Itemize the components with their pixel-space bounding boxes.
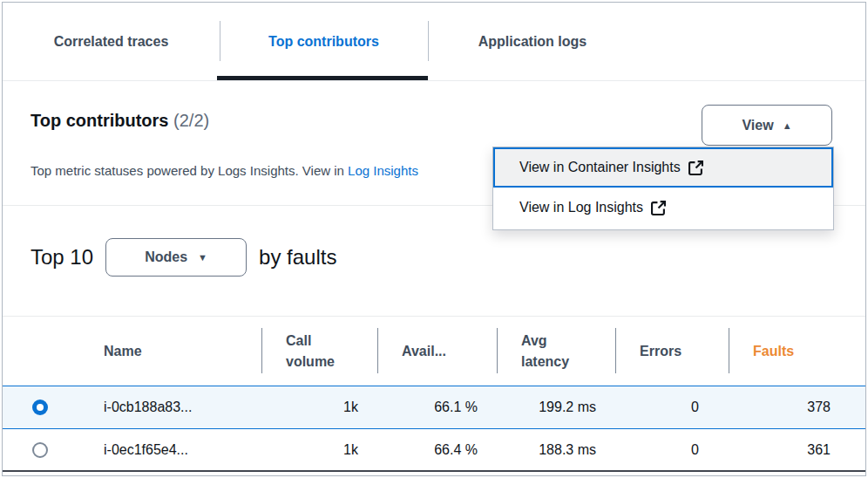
cell-faults: 361 xyxy=(729,442,862,458)
menu-item-view-log-insights[interactable]: View in Log Insights xyxy=(493,188,833,228)
column-divider xyxy=(261,328,262,373)
column-divider xyxy=(377,328,378,373)
tab-bar: Correlated traces Top contributors Appli… xyxy=(3,3,865,81)
table-header-row: Name Call volume Avail... Avg latency Er… xyxy=(3,316,865,386)
entity-type-label: Nodes xyxy=(145,249,187,265)
caret-down-icon: ▼ xyxy=(198,252,207,263)
log-insights-link[interactable]: Log Insights xyxy=(348,163,418,178)
menu-item-label: View in Container Insights xyxy=(519,160,681,175)
top-n-label: Top 10 xyxy=(31,245,93,270)
section-title-count: (2/2) xyxy=(173,111,209,130)
tab-label: Application logs xyxy=(478,34,587,50)
column-divider xyxy=(615,328,616,373)
column-header-avg-latency[interactable]: Avg latency xyxy=(497,331,615,372)
column-header-errors[interactable]: Errors xyxy=(615,341,729,362)
tab-top-contributors[interactable]: Top contributors xyxy=(220,3,428,81)
table-row[interactable]: i-0ec1f65e4... 1k 66.4 % 188.3 ms 0 361 xyxy=(3,429,865,472)
caret-up-icon: ▲ xyxy=(783,120,792,131)
cell-call-volume: 1k xyxy=(261,442,377,458)
sort-by-label: by faults xyxy=(259,245,336,270)
top-contributors-panel: Correlated traces Top contributors Appli… xyxy=(2,2,866,476)
row-select-cell xyxy=(3,442,88,458)
cell-faults: 378 xyxy=(729,399,862,415)
section-description: Top metric statuses powered by Logs Insi… xyxy=(31,163,418,178)
column-header-availability[interactable]: Avail... xyxy=(377,341,497,362)
entity-type-dropdown[interactable]: Nodes ▼ xyxy=(105,238,247,277)
tab-label: Top contributors xyxy=(268,34,379,50)
section-title-text: Top contributors xyxy=(31,111,169,130)
tab-correlated-traces[interactable]: Correlated traces xyxy=(3,3,220,81)
view-dropdown-button[interactable]: View ▲ xyxy=(702,105,832,146)
column-divider xyxy=(497,328,498,373)
column-divider xyxy=(729,328,729,373)
column-header-call-volume[interactable]: Call volume xyxy=(261,331,377,372)
external-link-icon xyxy=(688,160,703,175)
cell-availability: 66.4 % xyxy=(377,442,497,458)
view-dropdown-menu: View in Container Insights View in Log I… xyxy=(492,147,834,230)
cell-errors: 0 xyxy=(615,442,729,458)
row-select-cell xyxy=(3,399,88,415)
column-header-faults[interactable]: Faults xyxy=(729,341,862,362)
cell-errors: 0 xyxy=(615,399,729,415)
table-row[interactable]: i-0cb188a83... 1k 66.1 % 199.2 ms 0 378 xyxy=(3,386,865,429)
tab-label: Correlated traces xyxy=(54,34,169,50)
radio-selected[interactable] xyxy=(32,399,48,415)
view-button-label: View xyxy=(742,118,773,133)
menu-item-view-container-insights[interactable]: View in Container Insights xyxy=(493,147,833,188)
cell-avg-latency: 188.3 ms xyxy=(497,442,615,458)
description-text: Top metric statuses powered by Logs Insi… xyxy=(31,163,348,178)
cell-availability: 66.1 % xyxy=(377,399,497,415)
tab-application-logs[interactable]: Application logs xyxy=(428,3,637,81)
cell-name: i-0ec1f65e4... xyxy=(88,442,261,458)
menu-item-label: View in Log Insights xyxy=(519,200,643,215)
radio-unselected[interactable] xyxy=(32,442,48,458)
active-tab-indicator xyxy=(217,76,428,80)
cell-avg-latency: 199.2 ms xyxy=(497,399,615,415)
cell-name: i-0cb188a83... xyxy=(88,399,261,415)
top-contributors-controls: Top 10 Nodes ▼ by faults xyxy=(31,238,336,277)
cell-call-volume: 1k xyxy=(261,399,377,415)
external-link-icon xyxy=(651,201,666,215)
column-header-name[interactable]: Name xyxy=(88,341,261,362)
section-title: Top contributors (2/2) xyxy=(31,111,209,131)
